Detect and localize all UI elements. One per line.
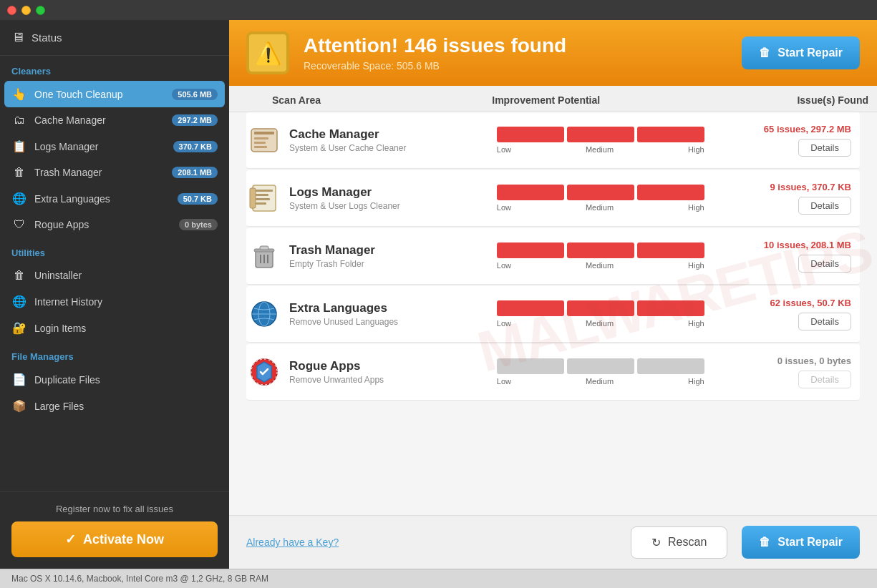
svg-rect-10 [250, 188, 256, 208]
warning-icon: ⚠️ [246, 31, 289, 74]
issues-header: Issue(s) Found [712, 94, 877, 106]
progress-low [497, 358, 564, 374]
progress-high [637, 242, 704, 258]
main-content: ⚠️ Attention! 146 issues found Recoverab… [229, 20, 877, 569]
sidebar-item-logs-manager[interactable]: 📋 Logs Manager 370.7 KB [0, 133, 229, 160]
progress-med [567, 127, 634, 142]
app-container: 🖥 Status Cleaners 👆 One Touch Cleanup 50… [0, 20, 877, 569]
sidebar-item-extra-languages[interactable]: 🌐 Extra Languages 50.7 KB [0, 185, 229, 212]
progress-med [567, 185, 634, 200]
trash-manager-issues: 10 issues, 208.1 MB Details [704, 240, 860, 273]
logs-icon: 📋 [11, 139, 27, 153]
close-button[interactable] [7, 6, 16, 15]
cache-manager-row-info: Cache Manager System & User Cache Cleane… [289, 127, 497, 153]
progress-low [497, 300, 564, 316]
repair-icon-bottom: 🗑 [759, 536, 770, 549]
progress-labels: Low Medium High [497, 145, 704, 154]
cache-manager-label: Cache Manager [34, 114, 165, 126]
sidebar-status-item[interactable]: 🖥 Status [0, 20, 229, 56]
table-row: Trash Manager Empty Trash Folder Low Med… [246, 228, 860, 285]
rogue-apps-row-icon [246, 354, 282, 390]
progress-low [497, 242, 564, 258]
extra-languages-progress: Low Medium High [497, 300, 704, 328]
internet-icon: 🌐 [11, 295, 27, 308]
cache-details-button[interactable]: Details [798, 139, 851, 157]
trash-manager-row-icon [246, 238, 282, 274]
progress-labels: Low Medium High [497, 377, 704, 386]
rogue-apps-badge: 0 bytes [179, 219, 218, 230]
utilities-section-label: Utilities [0, 237, 229, 263]
sidebar-item-uninstaller[interactable]: 🗑 Uninstaller [0, 263, 229, 288]
rescan-label: Rescan [668, 536, 707, 549]
one-touch-cleanup-label: One Touch Cleanup [34, 89, 165, 100]
progress-high [637, 185, 704, 200]
extra-languages-issues: 62 issues, 50.7 KB Details [704, 298, 860, 330]
trash-issue-count: 10 issues, 208.1 MB [704, 240, 851, 250]
status-bar-text: Mac OS X 10.14.6, Macbook, Intel Core m3… [11, 574, 268, 584]
sidebar-item-large-files[interactable]: 📦 Large Files [0, 393, 229, 419]
logs-manager-issues: 9 issues, 370.7 KB Details [704, 182, 860, 215]
progress-high [637, 358, 704, 374]
table-row: Rogue Apps Remove Unwanted Apps Low Medi… [246, 344, 860, 401]
progress-med [567, 242, 634, 258]
sidebar-item-internet-history[interactable]: 🌐 Internet History [0, 288, 229, 315]
progress-labels: Low Medium High [497, 203, 704, 212]
sidebar: 🖥 Status Cleaners 👆 One Touch Cleanup 50… [0, 20, 229, 569]
sidebar-item-rogue-apps[interactable]: 🛡 Rogue Apps 0 bytes [0, 212, 229, 237]
title-bar [0, 0, 877, 20]
alert-banner: ⚠️ Attention! 146 issues found Recoverab… [229, 20, 877, 86]
large-files-icon: 📦 [11, 399, 27, 413]
svg-rect-2 [254, 137, 268, 139]
login-icon: 🔐 [11, 321, 27, 335]
already-have-key-link[interactable]: Already have a Key? [246, 536, 339, 548]
repair-icon-top: 🗑 [759, 46, 770, 59]
progress-low [497, 127, 564, 142]
main-wrapper: ⚠️ Attention! 146 issues found Recoverab… [229, 20, 877, 569]
scan-area-header: Scan Area [272, 94, 492, 106]
table-row: Logs Manager System & User Logs Cleaner … [246, 170, 860, 227]
activate-now-button[interactable]: ✓ Activate Now [11, 521, 218, 557]
minimize-button[interactable] [21, 6, 31, 15]
sidebar-item-trash-manager[interactable]: 🗑 Trash Manager 208.1 MB [0, 160, 229, 185]
status-label: Status [32, 31, 62, 44]
sidebar-item-one-touch-cleanup[interactable]: 👆 One Touch Cleanup 505.6 MB [4, 81, 225, 107]
start-repair-button-bottom[interactable]: 🗑 Start Repair [742, 526, 860, 559]
trash-details-button[interactable]: Details [798, 255, 851, 273]
touch-icon: 👆 [11, 87, 27, 101]
extra-languages-row-desc: Remove Unused Languages [289, 317, 497, 327]
extra-issue-count: 62 issues, 50.7 KB [704, 298, 851, 308]
svg-rect-8 [256, 198, 270, 200]
trash-icon: 🗑 [11, 166, 27, 179]
checkmark-icon: ✓ [65, 531, 76, 547]
logs-manager-row-info: Logs Manager System & User Logs Cleaner [289, 185, 497, 211]
start-repair-button-top[interactable]: 🗑 Start Repair [742, 36, 860, 69]
register-text: Register now to fix all issues [11, 504, 218, 514]
logs-issue-count: 9 issues, 370.7 KB [704, 182, 851, 192]
bottom-bar: Already have a Key? ↻ Rescan 🗑 Start Rep… [229, 515, 877, 569]
trash-manager-badge: 208.1 MB [172, 167, 218, 178]
cache-issue-count: 65 issues, 297.2 MB [704, 124, 851, 134]
cache-manager-issues: 65 issues, 297.2 MB Details [704, 124, 860, 157]
extra-languages-details-button[interactable]: Details [798, 313, 851, 330]
rogue-apps-progress: Low Medium High [497, 358, 704, 386]
cache-manager-progress: Low Medium High [497, 127, 704, 154]
rogue-apps-label: Rogue Apps [34, 219, 172, 230]
progress-low [497, 185, 564, 200]
internet-history-label: Internet History [34, 296, 218, 308]
maximize-button[interactable] [36, 6, 45, 15]
logs-manager-badge: 370.7 KB [173, 141, 218, 152]
extra-languages-row-name: Extra Languages [289, 301, 497, 315]
sidebar-item-cache-manager[interactable]: 🗂 Cache Manager 297.2 MB [0, 107, 229, 133]
file-managers-section-label: File Managers [0, 341, 229, 366]
svg-rect-9 [256, 202, 266, 205]
rescan-button[interactable]: ↻ Rescan [631, 526, 727, 559]
sidebar-item-duplicate-files[interactable]: 📄 Duplicate Files [0, 366, 229, 393]
trash-manager-row-name: Trash Manager [289, 243, 497, 258]
monitor-icon: 🖥 [11, 30, 24, 45]
start-repair-label-top: Start Repair [777, 46, 843, 59]
duplicate-icon: 📄 [11, 373, 27, 386]
sidebar-item-login-items[interactable]: 🔐 Login Items [0, 315, 229, 341]
logs-details-button[interactable]: Details [798, 197, 851, 215]
alert-title: Attention! 146 issues found [304, 34, 727, 57]
activate-label: Activate Now [83, 532, 164, 547]
